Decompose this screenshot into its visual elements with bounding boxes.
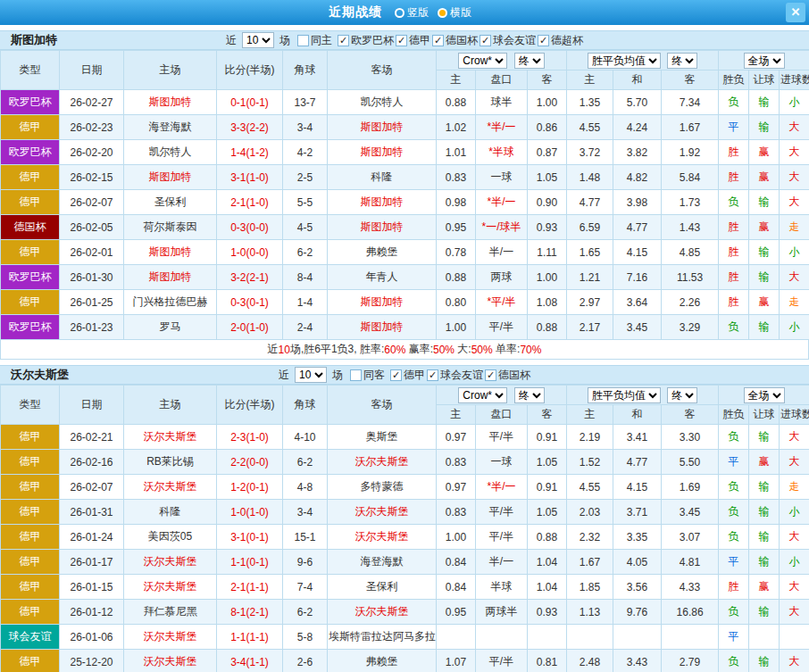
odds-away: 1.05: [528, 165, 567, 190]
match-score: 2-3(1-0): [217, 425, 283, 450]
odds-handicap: *平/半: [476, 290, 528, 315]
close-button[interactable]: ✕: [786, 3, 805, 22]
odds-away: 1.08: [528, 290, 567, 315]
handicap-result-indicator: 赢: [749, 575, 780, 600]
same-venue-checkbox[interactable]: 同主: [297, 33, 332, 48]
scope-select[interactable]: 全场: [744, 53, 785, 69]
match-row: 德甲26-02-01斯图加特1-0(0-0)6-2弗赖堡0.78半/一1.111…: [1, 240, 809, 265]
league-filter-checkbox[interactable]: ✓球会友谊: [480, 33, 536, 48]
match-type-badge: 德甲: [1, 290, 60, 315]
avg-draw: 4.77: [613, 215, 662, 240]
col-header-odds-home: 主: [437, 405, 476, 425]
recent-count-select[interactable]: 10: [242, 32, 274, 48]
match-score: 1-1(0-1): [217, 550, 283, 575]
avg-away: 16.86: [662, 600, 719, 625]
avg-header: 胜平负均值 终: [567, 386, 719, 405]
match-row: 德甲26-01-25门兴格拉德巴赫0-3(0-1)1-4斯图加特0.80*平/半…: [1, 290, 809, 315]
odds-handicap: [476, 625, 528, 650]
avg-draw: 3.71: [613, 500, 662, 525]
games-label: 场: [279, 33, 290, 48]
odds-final-select[interactable]: 终: [514, 387, 545, 403]
league-filter-checkbox[interactable]: ✓德甲: [390, 368, 425, 383]
avg-type-select[interactable]: 胜平负均值: [588, 387, 661, 403]
summary-segment: 50%: [433, 344, 455, 356]
goals-indicator: 小: [780, 315, 809, 340]
summary-segment: 近: [268, 342, 279, 357]
goals-indicator: 走: [780, 290, 809, 315]
match-score: 3-1(1-0): [217, 165, 283, 190]
corner-count: 9-6: [283, 550, 328, 575]
odds-handicap: 平/半: [476, 500, 528, 525]
league-filter-checkbox[interactable]: ✓球会友谊: [427, 368, 483, 383]
summary-segment: 60%: [384, 344, 405, 356]
recent-count-select[interactable]: 10: [295, 367, 327, 383]
match-row: 德甲26-02-21沃尔夫斯堡2-3(1-0)4-10奥斯堡0.97平/半0.9…: [1, 425, 809, 450]
match-type-badge: 欧罗巴杯: [1, 140, 60, 165]
corner-count: 1-4: [283, 290, 328, 315]
match-date: 26-01-06: [60, 625, 124, 650]
away-team: 埃斯特雷拉达阿马多拉: [328, 625, 437, 650]
goals-indicator: 小: [780, 240, 809, 265]
goals-indicator: 走: [780, 215, 809, 240]
league-filter-checkbox[interactable]: ✓德超杯: [538, 33, 583, 48]
odds-away: 0.81: [528, 650, 567, 672]
avg-final-select[interactable]: 终: [667, 53, 697, 69]
goals-indicator: 走: [780, 475, 809, 500]
col-header-corner: 角球: [283, 386, 328, 425]
same-venue-checkbox[interactable]: 同客: [350, 368, 385, 383]
match-score: 2-2(0-0): [217, 450, 283, 475]
avg-final-select[interactable]: 终: [667, 387, 697, 403]
result-indicator: 胜: [719, 140, 749, 165]
odds-handicap: *半/一: [476, 475, 528, 500]
corner-count: 4-10: [283, 425, 328, 450]
league-filter-checkbox[interactable]: ✓德国杯: [485, 368, 530, 383]
home-team: 斯图加特: [124, 265, 217, 290]
corner-count: 4-8: [283, 475, 328, 500]
match-score: 0-3(0-0): [217, 215, 283, 240]
odds-source-header: Crow* 终: [437, 51, 567, 71]
league-filter-checkbox[interactable]: ✓德国杯: [432, 33, 478, 48]
avg-away: 2.26: [662, 290, 719, 315]
league-filter-checkbox[interactable]: ✓欧罗巴杯: [338, 33, 394, 48]
handicap-result-indicator: 输: [749, 475, 780, 500]
avg-away: 1.67: [662, 115, 719, 140]
corner-count: 8-4: [283, 265, 328, 290]
goals-indicator: 小: [780, 90, 809, 115]
odds-final-select[interactable]: 终: [514, 53, 545, 69]
dialog-title: 近期战绩: [329, 4, 382, 21]
avg-home: 1.85: [567, 575, 613, 600]
odds-away: 0.88: [528, 525, 567, 550]
home-team: 凯尔特人: [124, 140, 217, 165]
avg-away: 3.29: [662, 315, 719, 340]
scope-select[interactable]: 全场: [744, 387, 785, 403]
corner-count: 7-4: [283, 575, 328, 600]
league-filter-checkbox[interactable]: ✓德甲: [396, 33, 430, 48]
odds-handicap: 平/半: [476, 525, 528, 550]
match-date: 26-01-25: [60, 290, 124, 315]
match-row: 欧罗巴杯26-01-23罗马2-0(1-0)2-4斯图加特1.00平/半0.88…: [1, 315, 809, 340]
checkbox-checked-icon: ✓: [485, 369, 496, 381]
avg-home: 1.67: [567, 550, 613, 575]
matches-tbody-0: 欧罗巴杯26-02-27斯图加特0-1(0-1)13-7凯尔特人0.88球半1.…: [1, 90, 809, 340]
layout-radio-vertical[interactable]: 竖版: [395, 5, 429, 21]
home-team: 沃尔夫斯堡: [124, 475, 217, 500]
match-row: 德甲26-01-15沃尔夫斯堡2-1(1-1)7-4圣保利0.84半球1.041…: [1, 575, 809, 600]
handicap-result-indicator: 输: [749, 265, 780, 290]
avg-type-select[interactable]: 胜平负均值: [588, 53, 661, 69]
avg-home: 2.97: [567, 290, 613, 315]
col-header-home: 主场: [124, 51, 217, 90]
odds-source-select[interactable]: Crow*: [458, 53, 507, 69]
layout-radio-horizontal[interactable]: 横版: [438, 5, 471, 21]
match-date: 26-01-24: [60, 525, 124, 550]
match-type-badge: 德甲: [1, 165, 60, 190]
odds-handicap: *半/一: [476, 115, 528, 140]
match-type-badge: 球会友谊: [1, 625, 60, 650]
odds-source-select[interactable]: Crow*: [458, 387, 507, 403]
avg-draw: 3.64: [613, 290, 662, 315]
match-row: 德甲25-12-20沃尔夫斯堡3-4(1-1)2-6弗赖堡1.07平/半0.81…: [1, 650, 809, 672]
result-indicator: 胜: [719, 575, 749, 600]
avg-home: 4.55: [567, 115, 613, 140]
goals-indicator: 大: [780, 575, 809, 600]
checkbox-checked-icon: ✓: [338, 35, 349, 46]
away-team: 弗赖堡: [328, 240, 437, 265]
